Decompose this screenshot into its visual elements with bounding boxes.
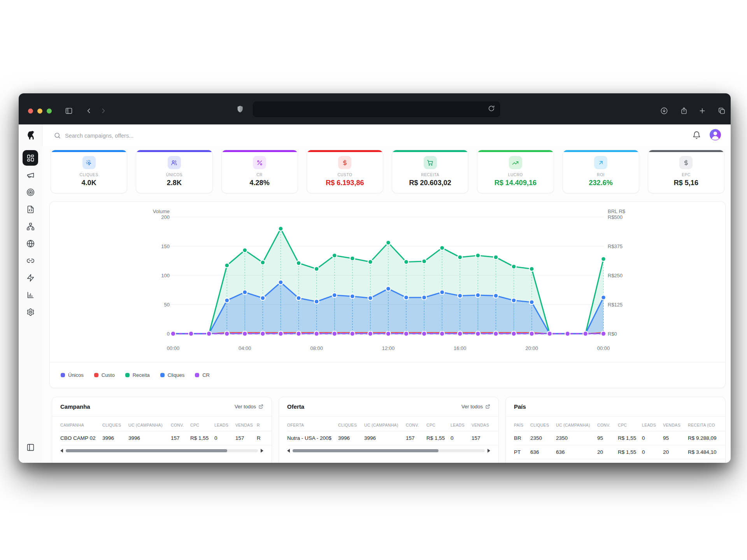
sidebar-item-campaigns[interactable] xyxy=(23,167,38,183)
arrow-up-right-icon xyxy=(598,159,604,166)
kpi-accent-bar xyxy=(222,150,298,152)
sidebar-item-landing-pages[interactable] xyxy=(23,201,38,217)
sidebar-item-flows[interactable] xyxy=(23,219,38,234)
ver-todos-link[interactable]: Ver todos xyxy=(461,404,490,410)
kpi-card-roi: ROI232.6% xyxy=(563,150,639,193)
kpi-card-custo: CUSTOR$ 6.193,86 xyxy=(307,150,383,193)
kpi-icon-chip xyxy=(82,156,96,169)
svg-text:04:00: 04:00 xyxy=(238,345,251,351)
legend-item-receita[interactable]: Receita xyxy=(125,372,150,378)
external-link-icon xyxy=(485,404,490,409)
kpi-value: 4.28% xyxy=(250,179,270,187)
scrollbar-thumb[interactable] xyxy=(293,449,438,452)
kpi-icon-chip xyxy=(509,156,522,169)
share-button[interactable] xyxy=(679,106,689,116)
column-header: UC (CAMPANHA) xyxy=(364,417,406,431)
traffic-light-zoom[interactable] xyxy=(47,108,52,114)
kpi-icon-chip xyxy=(253,156,266,169)
scroll-left-arrow[interactable] xyxy=(60,449,63,453)
url-bar[interactable] xyxy=(253,102,500,117)
app-logo-dog-icon[interactable] xyxy=(25,130,36,141)
kpi-icon-chip xyxy=(424,156,437,169)
data-table: PAÍSCLIQUESUC (CAMPANHA)CONV.CPCLEADSVEN… xyxy=(514,417,725,459)
table-title: País xyxy=(514,403,526,410)
table-cell: 20 xyxy=(597,445,618,459)
column-header: CLIQUES xyxy=(338,417,364,431)
table-cell: PT xyxy=(514,445,530,459)
data-table: CAMPANHACLIQUESUC (CAMPANHA)CONV.CPCLEAD… xyxy=(60,417,272,445)
table-cell: 95 xyxy=(597,431,618,445)
forward-button[interactable] xyxy=(99,106,108,116)
table-cell: Nutra - USA - 200$ xyxy=(287,431,338,445)
downloads-button[interactable] xyxy=(659,106,669,116)
table-cell: BR xyxy=(514,431,530,445)
sidebar-item-dashboard[interactable] xyxy=(23,150,38,166)
sidebar-item-reports[interactable] xyxy=(23,287,38,303)
legend-item-custo[interactable]: Custo xyxy=(94,372,115,378)
kpi-accent-bar xyxy=(477,150,553,152)
browser-sidebar-toggle-button[interactable] xyxy=(64,106,74,116)
browser-window: CLIQUES4.0KÚNICOS2.8KCR4.28%CUSTOR$ 6.19… xyxy=(19,93,731,463)
sidebar-item-settings[interactable] xyxy=(23,304,38,320)
svg-text:R$250: R$250 xyxy=(608,273,622,278)
kpi-icon-chip xyxy=(594,156,607,169)
traffic-light-minimize[interactable] xyxy=(37,108,42,114)
kpi-value: R$ 5,16 xyxy=(674,179,698,187)
notifications-bell-button[interactable] xyxy=(692,131,702,141)
scroll-right-arrow[interactable] xyxy=(487,449,490,453)
sidebar-item-automations[interactable] xyxy=(23,270,38,285)
kpi-card-lucro: LUCROR$ 14.409,16 xyxy=(477,150,554,193)
scrollbar-thumb[interactable] xyxy=(66,449,227,452)
kpi-accent-bar xyxy=(307,150,383,152)
legend-item-cliques[interactable]: Cliques xyxy=(160,372,184,378)
back-chevron-icon xyxy=(85,107,93,115)
scroll-right-arrow[interactable] xyxy=(261,449,263,453)
kpi-card--nicos: ÚNICOS2.8K xyxy=(136,150,212,193)
column-header: CLIQUES xyxy=(102,417,128,431)
horizontal-scrollbar[interactable] xyxy=(60,449,263,453)
kpi-value: R$ 20.603,02 xyxy=(409,179,451,187)
scrollbar-track[interactable] xyxy=(293,449,485,452)
sidebar-collapse-button[interactable] xyxy=(23,439,38,455)
table-cell: R xyxy=(257,431,272,445)
table-cell: 2350 xyxy=(530,431,556,445)
sidebar-item-links[interactable] xyxy=(23,253,38,268)
horizontal-scrollbar[interactable] xyxy=(287,449,490,453)
legend-swatch xyxy=(195,373,199,377)
new-tab-button[interactable] xyxy=(698,106,707,116)
scrollbar-track[interactable] xyxy=(66,449,258,452)
table-cell: 3996 xyxy=(102,431,128,445)
column-header: LEADS xyxy=(451,417,472,431)
table-cell: R$ 1,55 xyxy=(426,431,451,445)
table-cell: 157 xyxy=(171,431,190,445)
back-button[interactable] xyxy=(84,106,93,116)
table-row: PT63663620R$ 1,55020R$ 3.484,10 xyxy=(514,445,725,459)
table-header-row: CAMPANHACLIQUESUC (CAMPANHA)CONV.CPCLEAD… xyxy=(60,417,272,431)
file-code-icon xyxy=(26,205,35,214)
column-header: UC (CAMPANHA) xyxy=(128,417,171,431)
legend-item-cr[interactable]: CR xyxy=(195,372,210,378)
tabs-overview-button[interactable] xyxy=(717,106,726,116)
kpi-label: ROI xyxy=(597,173,605,177)
table-cell: 157 xyxy=(235,431,257,445)
sidebar-item-offers[interactable] xyxy=(23,184,38,200)
column-header: LEADS xyxy=(214,417,235,431)
dog-silhouette xyxy=(25,130,36,141)
search-input[interactable] xyxy=(64,130,299,142)
table-cell: 95 xyxy=(663,431,688,445)
svg-text:R$125: R$125 xyxy=(608,302,622,308)
legend-swatch xyxy=(61,373,65,377)
ver-todos-link[interactable]: Ver todos xyxy=(235,404,263,410)
user-avatar[interactable] xyxy=(710,129,721,140)
table-card-campanha: CampanhaVer todosCAMPANHACLIQUESUC (CAMP… xyxy=(52,397,272,463)
reload-button[interactable] xyxy=(488,105,496,113)
traffic-light-close[interactable] xyxy=(28,108,33,114)
kpi-value: 4.0K xyxy=(82,179,96,187)
timeseries-chart[interactable]: Volume050100150200BRL R$R$0R$125R$250R$3… xyxy=(50,202,725,362)
legend-item-unicos[interactable]: Únicos xyxy=(61,372,84,378)
svg-text:50: 50 xyxy=(164,302,170,308)
scroll-left-arrow[interactable] xyxy=(287,449,290,453)
sidebar-item-domains[interactable] xyxy=(23,236,38,251)
ver-todos-label: Ver todos xyxy=(461,404,483,410)
cart-icon xyxy=(427,159,433,166)
